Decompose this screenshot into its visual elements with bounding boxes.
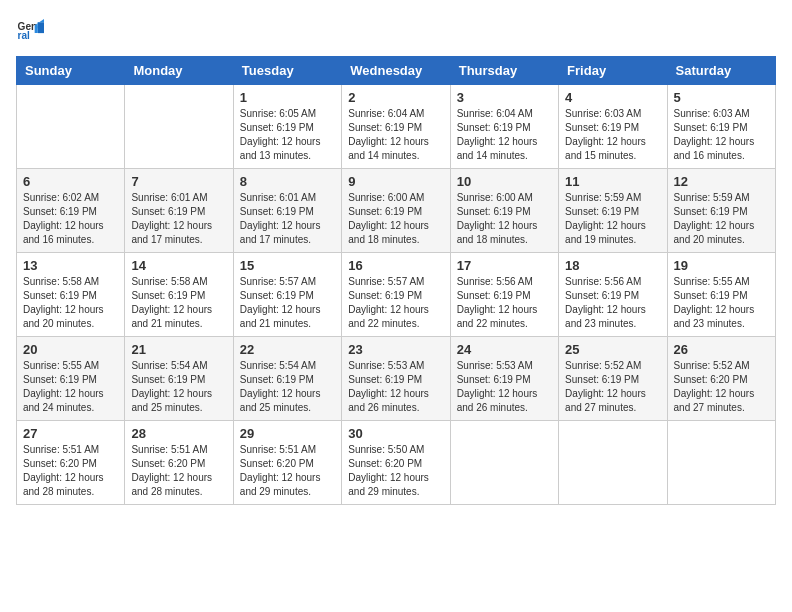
day-info: Sunrise: 6:05 AM Sunset: 6:19 PM Dayligh… xyxy=(240,107,335,163)
day-info: Sunrise: 5:59 AM Sunset: 6:19 PM Dayligh… xyxy=(674,191,769,247)
calendar-cell: 7Sunrise: 6:01 AM Sunset: 6:19 PM Daylig… xyxy=(125,169,233,253)
day-number: 5 xyxy=(674,90,769,105)
logo: Gene ral xyxy=(16,16,48,44)
day-of-week-header: Wednesday xyxy=(342,57,450,85)
day-info: Sunrise: 6:01 AM Sunset: 6:19 PM Dayligh… xyxy=(240,191,335,247)
day-number: 3 xyxy=(457,90,552,105)
calendar-cell: 22Sunrise: 5:54 AM Sunset: 6:19 PM Dayli… xyxy=(233,337,341,421)
day-number: 12 xyxy=(674,174,769,189)
calendar-cell xyxy=(667,421,775,505)
day-number: 27 xyxy=(23,426,118,441)
calendar-cell: 6Sunrise: 6:02 AM Sunset: 6:19 PM Daylig… xyxy=(17,169,125,253)
day-info: Sunrise: 5:53 AM Sunset: 6:19 PM Dayligh… xyxy=(348,359,443,415)
calendar-cell: 24Sunrise: 5:53 AM Sunset: 6:19 PM Dayli… xyxy=(450,337,558,421)
calendar-cell: 11Sunrise: 5:59 AM Sunset: 6:19 PM Dayli… xyxy=(559,169,667,253)
calendar-cell: 13Sunrise: 5:58 AM Sunset: 6:19 PM Dayli… xyxy=(17,253,125,337)
day-info: Sunrise: 5:52 AM Sunset: 6:20 PM Dayligh… xyxy=(674,359,769,415)
day-of-week-header: Tuesday xyxy=(233,57,341,85)
calendar-week-row: 20Sunrise: 5:55 AM Sunset: 6:19 PM Dayli… xyxy=(17,337,776,421)
day-number: 19 xyxy=(674,258,769,273)
calendar-cell: 20Sunrise: 5:55 AM Sunset: 6:19 PM Dayli… xyxy=(17,337,125,421)
day-number: 21 xyxy=(131,342,226,357)
calendar-cell: 4Sunrise: 6:03 AM Sunset: 6:19 PM Daylig… xyxy=(559,85,667,169)
day-number: 16 xyxy=(348,258,443,273)
calendar-week-row: 6Sunrise: 6:02 AM Sunset: 6:19 PM Daylig… xyxy=(17,169,776,253)
calendar-cell: 19Sunrise: 5:55 AM Sunset: 6:19 PM Dayli… xyxy=(667,253,775,337)
day-info: Sunrise: 5:51 AM Sunset: 6:20 PM Dayligh… xyxy=(23,443,118,499)
calendar-cell: 17Sunrise: 5:56 AM Sunset: 6:19 PM Dayli… xyxy=(450,253,558,337)
day-number: 8 xyxy=(240,174,335,189)
day-number: 29 xyxy=(240,426,335,441)
calendar-cell: 28Sunrise: 5:51 AM Sunset: 6:20 PM Dayli… xyxy=(125,421,233,505)
calendar-cell: 15Sunrise: 5:57 AM Sunset: 6:19 PM Dayli… xyxy=(233,253,341,337)
calendar-cell: 3Sunrise: 6:04 AM Sunset: 6:19 PM Daylig… xyxy=(450,85,558,169)
calendar-cell xyxy=(559,421,667,505)
day-number: 4 xyxy=(565,90,660,105)
calendar-cell: 27Sunrise: 5:51 AM Sunset: 6:20 PM Dayli… xyxy=(17,421,125,505)
day-number: 24 xyxy=(457,342,552,357)
day-info: Sunrise: 6:04 AM Sunset: 6:19 PM Dayligh… xyxy=(348,107,443,163)
calendar-cell: 8Sunrise: 6:01 AM Sunset: 6:19 PM Daylig… xyxy=(233,169,341,253)
calendar-table: SundayMondayTuesdayWednesdayThursdayFrid… xyxy=(16,56,776,505)
day-number: 23 xyxy=(348,342,443,357)
calendar-cell: 12Sunrise: 5:59 AM Sunset: 6:19 PM Dayli… xyxy=(667,169,775,253)
day-number: 7 xyxy=(131,174,226,189)
day-number: 17 xyxy=(457,258,552,273)
day-number: 13 xyxy=(23,258,118,273)
day-info: Sunrise: 5:59 AM Sunset: 6:19 PM Dayligh… xyxy=(565,191,660,247)
calendar-cell: 30Sunrise: 5:50 AM Sunset: 6:20 PM Dayli… xyxy=(342,421,450,505)
day-info: Sunrise: 5:51 AM Sunset: 6:20 PM Dayligh… xyxy=(240,443,335,499)
day-number: 25 xyxy=(565,342,660,357)
day-number: 6 xyxy=(23,174,118,189)
day-number: 10 xyxy=(457,174,552,189)
day-number: 28 xyxy=(131,426,226,441)
calendar-cell xyxy=(17,85,125,169)
calendar-cell: 2Sunrise: 6:04 AM Sunset: 6:19 PM Daylig… xyxy=(342,85,450,169)
day-info: Sunrise: 6:00 AM Sunset: 6:19 PM Dayligh… xyxy=(457,191,552,247)
day-number: 2 xyxy=(348,90,443,105)
day-number: 26 xyxy=(674,342,769,357)
day-info: Sunrise: 5:51 AM Sunset: 6:20 PM Dayligh… xyxy=(131,443,226,499)
day-info: Sunrise: 6:03 AM Sunset: 6:19 PM Dayligh… xyxy=(674,107,769,163)
day-of-week-header: Saturday xyxy=(667,57,775,85)
day-number: 14 xyxy=(131,258,226,273)
day-info: Sunrise: 5:52 AM Sunset: 6:19 PM Dayligh… xyxy=(565,359,660,415)
day-number: 22 xyxy=(240,342,335,357)
day-of-week-header: Sunday xyxy=(17,57,125,85)
calendar-header-row: SundayMondayTuesdayWednesdayThursdayFrid… xyxy=(17,57,776,85)
day-info: Sunrise: 5:54 AM Sunset: 6:19 PM Dayligh… xyxy=(131,359,226,415)
calendar-cell: 9Sunrise: 6:00 AM Sunset: 6:19 PM Daylig… xyxy=(342,169,450,253)
calendar-cell: 26Sunrise: 5:52 AM Sunset: 6:20 PM Dayli… xyxy=(667,337,775,421)
calendar-cell: 16Sunrise: 5:57 AM Sunset: 6:19 PM Dayli… xyxy=(342,253,450,337)
day-info: Sunrise: 5:55 AM Sunset: 6:19 PM Dayligh… xyxy=(674,275,769,331)
day-number: 20 xyxy=(23,342,118,357)
calendar-cell: 21Sunrise: 5:54 AM Sunset: 6:19 PM Dayli… xyxy=(125,337,233,421)
day-of-week-header: Monday xyxy=(125,57,233,85)
day-number: 11 xyxy=(565,174,660,189)
calendar-cell: 10Sunrise: 6:00 AM Sunset: 6:19 PM Dayli… xyxy=(450,169,558,253)
calendar-cell: 23Sunrise: 5:53 AM Sunset: 6:19 PM Dayli… xyxy=(342,337,450,421)
day-info: Sunrise: 5:53 AM Sunset: 6:19 PM Dayligh… xyxy=(457,359,552,415)
day-info: Sunrise: 5:55 AM Sunset: 6:19 PM Dayligh… xyxy=(23,359,118,415)
calendar-cell: 25Sunrise: 5:52 AM Sunset: 6:19 PM Dayli… xyxy=(559,337,667,421)
day-number: 30 xyxy=(348,426,443,441)
calendar-cell: 18Sunrise: 5:56 AM Sunset: 6:19 PM Dayli… xyxy=(559,253,667,337)
calendar-cell xyxy=(450,421,558,505)
day-number: 18 xyxy=(565,258,660,273)
day-number: 9 xyxy=(348,174,443,189)
day-info: Sunrise: 5:56 AM Sunset: 6:19 PM Dayligh… xyxy=(457,275,552,331)
calendar-week-row: 1Sunrise: 6:05 AM Sunset: 6:19 PM Daylig… xyxy=(17,85,776,169)
day-info: Sunrise: 5:58 AM Sunset: 6:19 PM Dayligh… xyxy=(131,275,226,331)
day-info: Sunrise: 6:04 AM Sunset: 6:19 PM Dayligh… xyxy=(457,107,552,163)
svg-text:ral: ral xyxy=(18,30,31,41)
day-info: Sunrise: 6:01 AM Sunset: 6:19 PM Dayligh… xyxy=(131,191,226,247)
logo-icon: Gene ral xyxy=(16,16,44,44)
day-info: Sunrise: 5:58 AM Sunset: 6:19 PM Dayligh… xyxy=(23,275,118,331)
calendar-cell xyxy=(125,85,233,169)
day-info: Sunrise: 5:57 AM Sunset: 6:19 PM Dayligh… xyxy=(348,275,443,331)
day-info: Sunrise: 6:00 AM Sunset: 6:19 PM Dayligh… xyxy=(348,191,443,247)
day-number: 1 xyxy=(240,90,335,105)
calendar-cell: 1Sunrise: 6:05 AM Sunset: 6:19 PM Daylig… xyxy=(233,85,341,169)
page-header: Gene ral xyxy=(16,16,776,44)
day-info: Sunrise: 5:50 AM Sunset: 6:20 PM Dayligh… xyxy=(348,443,443,499)
